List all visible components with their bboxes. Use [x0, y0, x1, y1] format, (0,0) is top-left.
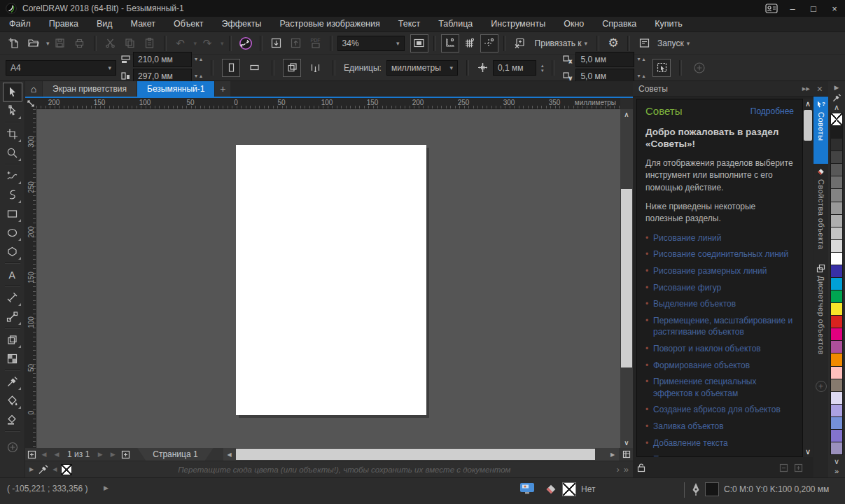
home-icon[interactable]: ⌂: [25, 81, 42, 97]
landscape-button[interactable]: [245, 59, 263, 77]
color-swatch[interactable]: [830, 188, 843, 202]
docker-tab-object-manager[interactable]: Диспетчер объектов: [813, 260, 828, 371]
page-size-dropdown[interactable]: A4 ▾: [6, 60, 116, 76]
no-color-swatch[interactable]: [61, 464, 72, 475]
color-swatch[interactable]: [830, 265, 843, 278]
scroll-left-icon[interactable]: ◀: [223, 448, 236, 461]
horizontal-scroll-thumb[interactable]: [236, 449, 595, 460]
connector-tool[interactable]: [3, 307, 22, 326]
palette-expand-icon[interactable]: »: [834, 466, 839, 476]
menu-item[interactable]: Инструменты: [482, 17, 554, 31]
scroll-down-icon[interactable]: ∨: [803, 447, 813, 456]
all-pages-button[interactable]: [283, 59, 301, 77]
open-dropdown-icon[interactable]: ▾: [46, 40, 50, 47]
hints-link[interactable]: •Формирование объектов: [645, 360, 794, 371]
duplicate-x-field[interactable]: 5,0 мм: [575, 52, 634, 67]
new-document-button[interactable]: [4, 34, 22, 52]
transparency-tool[interactable]: [3, 349, 22, 368]
hints-link[interactable]: •Рисование фигур: [645, 282, 794, 293]
palette-eyedropper-icon[interactable]: [832, 92, 841, 102]
rectangle-tool[interactable]: [3, 204, 22, 223]
docker-tab-hints[interactable]: ? Советы: [813, 97, 828, 164]
launcher-icon[interactable]: [635, 34, 653, 52]
color-swatch[interactable]: [830, 252, 843, 265]
docker-scrollbar[interactable]: ∧ ∨: [803, 99, 813, 457]
menu-item[interactable]: Объект: [165, 17, 213, 31]
scroll-down-icon[interactable]: ∨: [620, 439, 633, 447]
vertical-scroll-thumb[interactable]: [621, 189, 632, 368]
color-swatch[interactable]: [830, 429, 843, 442]
color-swatch[interactable]: [830, 163, 843, 176]
ellipse-tool[interactable]: [3, 223, 22, 242]
import-button[interactable]: [267, 34, 286, 52]
first-page-button[interactable]: ◀: [38, 448, 50, 461]
drawing-canvas[interactable]: [36, 109, 620, 448]
color-swatch[interactable]: [830, 176, 843, 189]
current-page-button[interactable]: [306, 59, 324, 77]
docker-close-icon[interactable]: ×: [817, 83, 823, 94]
horizontal-ruler[interactable]: миллиметры 20015010050050100150200250300…: [36, 98, 620, 109]
color-swatch[interactable]: [830, 353, 843, 366]
hints-link[interactable]: •Добавление текста: [645, 438, 794, 449]
palette-next-icon[interactable]: ›: [616, 464, 619, 475]
color-eyedropper-tool[interactable]: [3, 372, 22, 391]
palette-flyout-icon[interactable]: ▶: [834, 83, 839, 92]
lock-icon[interactable]: [636, 463, 646, 472]
previous-page-button[interactable]: ◀: [50, 448, 63, 461]
add-docker-icon[interactable]: +: [816, 381, 827, 392]
palette-scroll-left-icon[interactable]: ◀: [53, 466, 57, 472]
redo-button[interactable]: ↷: [198, 34, 216, 52]
nudge-spinner[interactable]: ▴▾: [541, 63, 544, 73]
hints-link[interactable]: •Поворот и наклон объектов: [645, 343, 794, 354]
no-color-swatch[interactable]: [830, 113, 843, 126]
add-plus-icon[interactable]: [690, 59, 708, 77]
tab-untitled-1[interactable]: Безымянный-1: [137, 81, 214, 97]
menu-item[interactable]: Растровые изображения: [270, 17, 389, 31]
hints-link[interactable]: •Рисование линий: [645, 232, 794, 244]
freehand-tool[interactable]: [3, 167, 22, 186]
close-button[interactable]: ×: [824, 0, 845, 17]
hints-link[interactable]: •Перемещение, масштабирование и растягив…: [645, 315, 794, 337]
color-swatch[interactable]: [830, 379, 843, 392]
color-swatch[interactable]: [830, 340, 843, 354]
page-width-spinner[interactable]: ▾▴: [195, 56, 202, 62]
menu-item[interactable]: Купить: [645, 17, 692, 31]
parallel-dimension-tool[interactable]: [3, 288, 22, 307]
color-swatch[interactable]: [830, 214, 843, 227]
color-swatch[interactable]: [830, 366, 843, 379]
hints-link[interactable]: •Заливка объектов: [645, 421, 794, 432]
add-page-icon[interactable]: [119, 448, 132, 461]
smart-fill-tool[interactable]: [3, 410, 22, 429]
menu-item[interactable]: Справка: [593, 17, 645, 31]
treat-as-filled-button[interactable]: [652, 59, 671, 77]
color-swatch[interactable]: [830, 328, 843, 341]
color-swatch[interactable]: [830, 290, 843, 303]
color-swatch[interactable]: [830, 138, 843, 151]
show-guidelines-button[interactable]: [480, 34, 498, 52]
shape-tool[interactable]: [3, 102, 22, 120]
coords-expand-icon[interactable]: ▶: [104, 484, 109, 491]
palette-eyedropper-icon[interactable]: [38, 464, 48, 475]
menu-item[interactable]: Правка: [40, 17, 88, 31]
portrait-button[interactable]: [222, 59, 240, 77]
vertical-scrollbar[interactable]: ∧ ∨: [620, 109, 633, 448]
next-page-button[interactable]: ▶: [94, 448, 106, 461]
pick-tool[interactable]: [3, 83, 22, 102]
polygon-tool[interactable]: [3, 242, 22, 261]
nudge-distance-field[interactable]: 0,1 мм: [493, 60, 536, 76]
interactive-fill-tool[interactable]: [3, 391, 22, 410]
undo-button[interactable]: ↶: [172, 34, 190, 52]
color-swatch[interactable]: [830, 125, 843, 139]
add-page-icon[interactable]: [25, 448, 38, 461]
page-width-field[interactable]: 210,0 мм: [133, 52, 192, 67]
palette-expand-icon[interactable]: »: [624, 464, 629, 475]
scroll-right-icon[interactable]: ▶: [606, 448, 619, 461]
docker-option-icon[interactable]: [794, 463, 803, 472]
color-swatch[interactable]: [830, 277, 843, 290]
outline-color-swatch[interactable]: [705, 482, 719, 496]
scroll-up-icon[interactable]: ∧: [803, 99, 813, 108]
docker-tab-object-properties[interactable]: Свойства объекта: [813, 164, 828, 260]
color-swatch[interactable]: [830, 202, 843, 215]
vertical-ruler[interactable]: 300250200150100500: [25, 109, 36, 448]
docker-scroll-thumb[interactable]: [804, 110, 812, 141]
